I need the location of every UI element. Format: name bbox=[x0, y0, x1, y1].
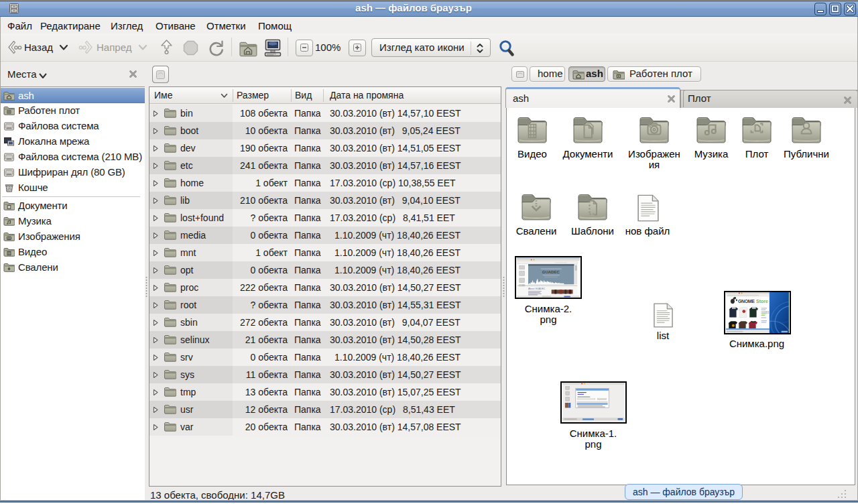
svg-text:GNOME: GNOME bbox=[738, 299, 755, 304]
svg-text:GUADEC: GUADEC bbox=[542, 270, 560, 274]
svg-text:About GUADEC: About GUADEC bbox=[528, 288, 546, 290]
svg-text:Store: Store bbox=[756, 299, 768, 304]
